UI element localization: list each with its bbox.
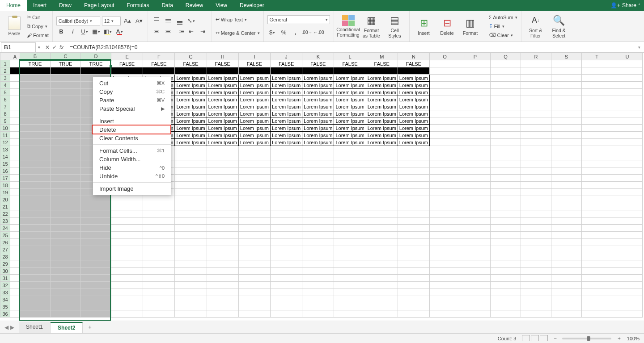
cell-L9[interactable]: Lorem Ipsum: [334, 117, 366, 125]
formula-input[interactable]: =COUNTA(B2:B1048576)=0: [67, 42, 635, 52]
cell-P14[interactable]: [460, 153, 491, 160]
row-header-17[interactable]: 17: [0, 175, 10, 182]
cell-J27[interactable]: [271, 246, 302, 253]
cell-L31[interactable]: [334, 275, 366, 282]
cell-P1[interactable]: [460, 60, 491, 67]
cell-S25[interactable]: [551, 232, 582, 239]
cell-E36[interactable]: [111, 310, 143, 318]
cell-P6[interactable]: [460, 96, 491, 103]
cell-M25[interactable]: [366, 232, 398, 239]
font-color-button[interactable]: A▾: [114, 27, 124, 37]
cell-J35[interactable]: [271, 303, 302, 310]
cell-H36[interactable]: [207, 310, 238, 318]
cell-U12[interactable]: [612, 139, 643, 146]
cell-K36[interactable]: [302, 310, 334, 318]
cell-O33[interactable]: [430, 289, 460, 296]
cell-C15[interactable]: [51, 160, 81, 167]
cell-P2[interactable]: [460, 67, 491, 75]
cell-O1[interactable]: [430, 60, 460, 67]
cell-M31[interactable]: [366, 275, 398, 282]
cell-H20[interactable]: [207, 196, 238, 203]
cell-L11[interactable]: Lorem Ipsum: [334, 132, 366, 139]
cell-K14[interactable]: [302, 153, 334, 160]
cell-G36[interactable]: [175, 310, 207, 318]
number-format-select[interactable]: General▾: [267, 15, 330, 24]
format-painter-button[interactable]: 🖌Format: [27, 31, 49, 39]
cell-F22[interactable]: [143, 210, 175, 218]
cell-P33[interactable]: [460, 289, 491, 296]
ctx-copy[interactable]: Copy⌘C: [93, 88, 171, 96]
cell-B32[interactable]: [20, 282, 51, 289]
cell-H5[interactable]: Lorem Ipsum: [207, 89, 238, 96]
cell-O11[interactable]: [430, 132, 460, 139]
cell-H26[interactable]: [207, 239, 238, 246]
cell-A28[interactable]: [10, 253, 20, 260]
cell-N8[interactable]: Lorem Ipsum: [398, 110, 429, 117]
cell-L13[interactable]: [334, 146, 366, 153]
cell-H10[interactable]: Lorem Ipsum: [207, 125, 238, 132]
cell-A36[interactable]: [10, 310, 20, 318]
cell-Q19[interactable]: [491, 189, 521, 196]
cell-C22[interactable]: [51, 210, 81, 218]
cell-G13[interactable]: [175, 146, 207, 153]
cell-D28[interactable]: [81, 253, 111, 260]
cell-F26[interactable]: [143, 239, 175, 246]
cell-D20[interactable]: [81, 196, 111, 203]
cell-K15[interactable]: [302, 160, 334, 167]
cell-J8[interactable]: Lorem Ipsum: [271, 110, 302, 117]
cell-I20[interactable]: [238, 196, 270, 203]
cell-D21[interactable]: [81, 203, 111, 210]
cell-A17[interactable]: [10, 175, 20, 182]
cell-N2[interactable]: [398, 67, 429, 75]
cell-O24[interactable]: [430, 225, 460, 232]
cell-I35[interactable]: [238, 303, 270, 310]
cell-J33[interactable]: [271, 289, 302, 296]
cell-N6[interactable]: Lorem Ipsum: [398, 96, 429, 103]
cell-H9[interactable]: Lorem Ipsum: [207, 117, 238, 125]
cell-D24[interactable]: [81, 225, 111, 232]
cell-Q31[interactable]: [491, 275, 521, 282]
cell-P15[interactable]: [460, 160, 491, 167]
sheet-tab-sheet2[interactable]: Sheet2: [51, 322, 83, 333]
cell-G9[interactable]: Lorem Ipsum: [175, 117, 207, 125]
ctx-format-cells-[interactable]: Format Cells...⌘1: [93, 146, 171, 155]
cell-A29[interactable]: [10, 260, 20, 268]
cell-A11[interactable]: [10, 132, 20, 139]
cell-M26[interactable]: [366, 239, 398, 246]
cell-Q5[interactable]: [491, 89, 521, 96]
cell-S1[interactable]: [551, 60, 582, 67]
cell-A26[interactable]: [10, 239, 20, 246]
cell-A27[interactable]: [10, 246, 20, 253]
cell-E32[interactable]: [111, 282, 143, 289]
cell-H1[interactable]: FALSE: [207, 60, 238, 67]
cut-button[interactable]: ✂Cut: [27, 13, 49, 21]
cell-P22[interactable]: [460, 210, 491, 218]
cell-C18[interactable]: [51, 182, 81, 189]
ctx-cut[interactable]: Cut⌘X: [93, 79, 171, 88]
cell-N34[interactable]: [398, 296, 429, 303]
cell-O8[interactable]: [430, 110, 460, 117]
cell-A14[interactable]: [10, 153, 20, 160]
cell-C21[interactable]: [51, 203, 81, 210]
cell-B21[interactable]: [20, 203, 51, 210]
cell-C14[interactable]: [51, 153, 81, 160]
cell-T36[interactable]: [582, 310, 612, 318]
cell-P13[interactable]: [460, 146, 491, 153]
cell-A22[interactable]: [10, 210, 20, 218]
cell-A10[interactable]: [10, 125, 20, 132]
cell-N10[interactable]: Lorem Ipsum: [398, 125, 429, 132]
cell-T26[interactable]: [582, 239, 612, 246]
cell-T24[interactable]: [582, 225, 612, 232]
cell-J3[interactable]: Lorem Ipsum: [271, 75, 302, 82]
cell-B11[interactable]: [20, 132, 51, 139]
cell-C6[interactable]: [51, 96, 81, 103]
cell-U28[interactable]: [612, 253, 643, 260]
cell-E22[interactable]: [111, 210, 143, 218]
cell-I24[interactable]: [238, 225, 270, 232]
cell-M32[interactable]: [366, 282, 398, 289]
cell-G8[interactable]: Lorem Ipsum: [175, 110, 207, 117]
cell-S15[interactable]: [551, 160, 582, 167]
cell-Q3[interactable]: [491, 75, 521, 82]
cell-U6[interactable]: [612, 96, 643, 103]
cell-H30[interactable]: [207, 268, 238, 275]
